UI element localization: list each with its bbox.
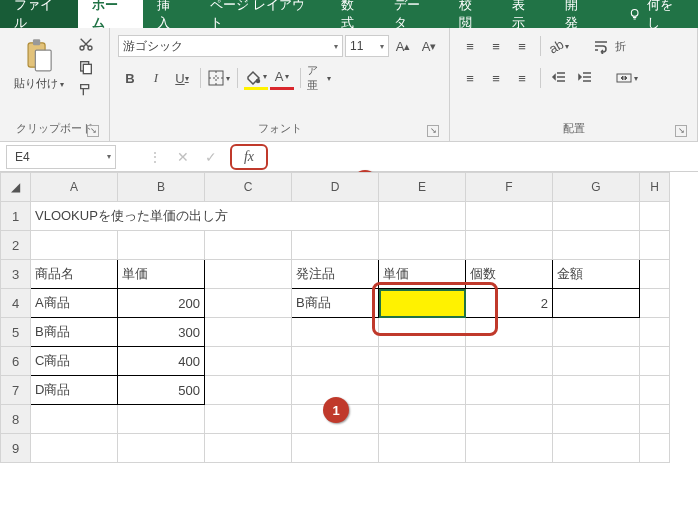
cell-E1[interactable]	[379, 202, 466, 231]
cell-A1[interactable]: VLOOKUPを使った単価の出し方	[31, 202, 379, 231]
cell-G4[interactable]	[553, 289, 640, 318]
cell-B7[interactable]: 500	[118, 376, 205, 405]
cell-D3[interactable]: 発注品	[292, 260, 379, 289]
cell-H5[interactable]	[640, 318, 670, 347]
align-bottom-button[interactable]: ≡	[510, 34, 534, 58]
cell-B5[interactable]: 300	[118, 318, 205, 347]
cell-A3[interactable]: 商品名	[31, 260, 118, 289]
cell-B9[interactable]	[118, 434, 205, 463]
cell-E8[interactable]	[379, 405, 466, 434]
decrease-font-button[interactable]: A▾	[417, 34, 441, 58]
row-header-6[interactable]: 6	[1, 347, 31, 376]
format-painter-button[interactable]	[76, 80, 96, 100]
cell-B3[interactable]: 単価	[118, 260, 205, 289]
cell-C4[interactable]	[205, 289, 292, 318]
cell-B8[interactable]	[118, 405, 205, 434]
phonetic-button[interactable]: ア亜	[307, 66, 331, 90]
align-middle-button[interactable]: ≡	[484, 34, 508, 58]
merge-button[interactable]	[615, 66, 639, 90]
tab-developer[interactable]: 開発	[551, 0, 604, 28]
cell-F8[interactable]	[466, 405, 553, 434]
font-name-select[interactable]: 游ゴシック ▾	[118, 35, 343, 57]
cell-H2[interactable]	[640, 231, 670, 260]
cell-H8[interactable]	[640, 405, 670, 434]
row-header-5[interactable]: 5	[1, 318, 31, 347]
cell-E2[interactable]	[379, 231, 466, 260]
col-header-D[interactable]: D	[292, 173, 379, 202]
clipboard-dialog-launcher[interactable]: ↘	[87, 125, 99, 137]
cell-H6[interactable]	[640, 347, 670, 376]
cell-A4[interactable]: A商品	[31, 289, 118, 318]
col-header-E[interactable]: E	[379, 173, 466, 202]
col-header-B[interactable]: B	[118, 173, 205, 202]
cell-A5[interactable]: B商品	[31, 318, 118, 347]
align-top-button[interactable]: ≡	[458, 34, 482, 58]
tab-insert[interactable]: 挿入	[143, 0, 196, 28]
cell-D5[interactable]	[292, 318, 379, 347]
col-header-H[interactable]: H	[640, 173, 670, 202]
cell-A7[interactable]: D商品	[31, 376, 118, 405]
row-header-3[interactable]: 3	[1, 260, 31, 289]
row-header-8[interactable]: 8	[1, 405, 31, 434]
row-header-4[interactable]: 4	[1, 289, 31, 318]
cell-H3[interactable]	[640, 260, 670, 289]
orientation-button[interactable]: ab	[547, 34, 571, 58]
cell-C5[interactable]	[205, 318, 292, 347]
tell-me[interactable]: 何をし	[614, 0, 698, 28]
cell-E4-active[interactable]	[379, 289, 466, 318]
row-header-9[interactable]: 9	[1, 434, 31, 463]
cell-G1[interactable]	[553, 202, 640, 231]
tab-view[interactable]: 表示	[498, 0, 551, 28]
cell-B4[interactable]: 200	[118, 289, 205, 318]
underline-button[interactable]: U▾	[170, 66, 194, 90]
col-header-F[interactable]: F	[466, 173, 553, 202]
cell-F7[interactable]	[466, 376, 553, 405]
cell-G8[interactable]	[553, 405, 640, 434]
cell-G2[interactable]	[553, 231, 640, 260]
cell-E5[interactable]	[379, 318, 466, 347]
cell-D2[interactable]	[292, 231, 379, 260]
insert-function-button[interactable]: fx	[230, 144, 268, 170]
font-dialog-launcher[interactable]: ↘	[427, 125, 439, 137]
cell-A9[interactable]	[31, 434, 118, 463]
tab-formulas[interactable]: 数式	[327, 0, 380, 28]
tab-data[interactable]: データ	[380, 0, 445, 28]
cell-H7[interactable]	[640, 376, 670, 405]
cell-H1[interactable]	[640, 202, 670, 231]
select-all-corner[interactable]: ◢	[1, 173, 31, 202]
cell-H9[interactable]	[640, 434, 670, 463]
tab-page-layout[interactable]: ページ レイアウト	[196, 0, 327, 28]
cell-F4[interactable]: 2	[466, 289, 553, 318]
tab-home[interactable]: ホーム	[78, 0, 143, 28]
cell-F3[interactable]: 個数	[466, 260, 553, 289]
cell-F1[interactable]	[466, 202, 553, 231]
align-center-button[interactable]: ≡	[484, 66, 508, 90]
row-header-2[interactable]: 2	[1, 231, 31, 260]
bold-button[interactable]: B	[118, 66, 142, 90]
wrap-text-button[interactable]	[589, 34, 613, 58]
cancel-formula-button[interactable]: ✕	[170, 145, 196, 169]
col-header-C[interactable]: C	[205, 173, 292, 202]
cell-E3[interactable]: 単価	[379, 260, 466, 289]
cell-B6[interactable]: 400	[118, 347, 205, 376]
cell-D6[interactable]	[292, 347, 379, 376]
cell-H4[interactable]	[640, 289, 670, 318]
cell-G5[interactable]	[553, 318, 640, 347]
cell-D4[interactable]: B商品	[292, 289, 379, 318]
cell-F6[interactable]	[466, 347, 553, 376]
cell-D9[interactable]	[292, 434, 379, 463]
row-header-1[interactable]: 1	[1, 202, 31, 231]
borders-button[interactable]	[207, 66, 231, 90]
col-header-A[interactable]: A	[31, 173, 118, 202]
decrease-indent-button[interactable]	[547, 66, 571, 90]
cell-G7[interactable]	[553, 376, 640, 405]
cell-C7[interactable]	[205, 376, 292, 405]
fill-color-button[interactable]	[244, 66, 268, 90]
increase-indent-button[interactable]	[573, 66, 597, 90]
cell-F9[interactable]	[466, 434, 553, 463]
italic-button[interactable]: I	[144, 66, 168, 90]
cell-F5[interactable]	[466, 318, 553, 347]
cell-G6[interactable]	[553, 347, 640, 376]
col-header-G[interactable]: G	[553, 173, 640, 202]
cell-E7[interactable]	[379, 376, 466, 405]
